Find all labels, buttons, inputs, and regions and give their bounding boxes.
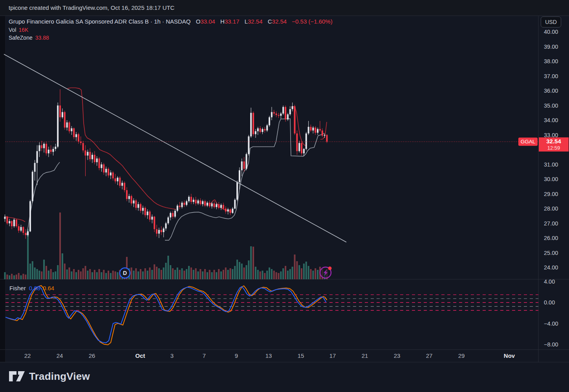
chart-canvas[interactable]: 40.0039.0038.0037.0036.0035.0034.0033.00… xyxy=(0,0,569,392)
svg-text:38.00: 38.00 xyxy=(544,58,558,64)
svg-text:28.00: 28.00 xyxy=(544,205,558,212)
svg-text:36.00: 36.00 xyxy=(544,88,558,94)
fisher-axis[interactable]: 4.000.00−4.00−8.00 xyxy=(544,278,558,348)
svg-text:34.00: 34.00 xyxy=(544,117,558,123)
svg-text:26.00: 26.00 xyxy=(544,235,558,241)
svg-text:15: 15 xyxy=(298,352,304,359)
svg-text:24: 24 xyxy=(57,352,63,359)
candlestick-series xyxy=(4,89,328,239)
svg-text:7: 7 xyxy=(203,352,206,359)
svg-text:D: D xyxy=(123,270,127,276)
svg-text:37.00: 37.00 xyxy=(544,73,558,79)
svg-text:4.00: 4.00 xyxy=(544,278,555,285)
svg-text:40.00: 40.00 xyxy=(544,29,558,35)
svg-text:25.00: 25.00 xyxy=(544,250,558,256)
svg-text:12:59: 12:59 xyxy=(547,145,560,151)
svg-text:32.54: 32.54 xyxy=(546,138,561,145)
svg-text:31.00: 31.00 xyxy=(544,161,558,168)
svg-text:Nov: Nov xyxy=(504,352,515,359)
top-strip-bg xyxy=(0,0,569,16)
svg-text:27: 27 xyxy=(426,352,433,359)
tradingview-branding[interactable]: TradingView xyxy=(9,370,90,383)
svg-text:Oct: Oct xyxy=(135,352,145,359)
symbol-tag: GGAL xyxy=(521,139,536,145)
svg-text:13: 13 xyxy=(265,352,272,359)
svg-text:26: 26 xyxy=(89,352,95,359)
svg-text:3: 3 xyxy=(170,352,174,359)
left-gutter xyxy=(0,16,5,362)
svg-text:21: 21 xyxy=(362,352,368,359)
tradingview-wordmark: TradingView xyxy=(29,370,90,383)
svg-text:−8.00: −8.00 xyxy=(544,341,558,348)
lightning-marker[interactable] xyxy=(320,267,332,278)
safezone-lines xyxy=(5,88,327,240)
svg-text:−4.00: −4.00 xyxy=(544,321,558,327)
svg-text:22: 22 xyxy=(24,352,31,359)
tradingview-published-chart: 40.0039.0038.0037.0036.0035.0034.0033.00… xyxy=(0,0,569,392)
svg-text:27.00: 27.00 xyxy=(544,220,558,227)
price-label-group: GGAL32.5412:59 xyxy=(518,137,569,152)
svg-text:23: 23 xyxy=(394,352,401,359)
dividend-marker[interactable]: D xyxy=(120,268,130,278)
svg-text:35.00: 35.00 xyxy=(544,103,558,109)
tradingview-logo-icon xyxy=(9,370,25,383)
svg-text:9: 9 xyxy=(235,352,238,359)
svg-text:17: 17 xyxy=(329,352,336,359)
fisher-pane xyxy=(5,286,538,345)
currency-toggle-button[interactable]: USD xyxy=(541,16,561,27)
svg-text:33.00: 33.00 xyxy=(544,132,558,138)
svg-text:29.00: 29.00 xyxy=(544,191,558,197)
svg-text:30.00: 30.00 xyxy=(544,176,558,182)
svg-text:24.00: 24.00 xyxy=(544,264,558,271)
svg-text:0.00: 0.00 xyxy=(544,299,555,306)
svg-text:39.00: 39.00 xyxy=(544,44,558,50)
svg-text:29: 29 xyxy=(458,352,465,359)
time-axis[interactable]: 222426Oct37913151721232729Nov xyxy=(24,352,515,359)
